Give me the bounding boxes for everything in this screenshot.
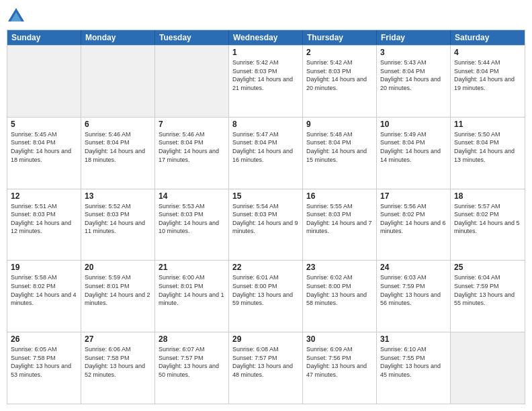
day-cell-8: 8Sunrise: 5:47 AMSunset: 8:04 PMDaylight… <box>229 118 303 189</box>
day-number: 5 <box>11 120 77 129</box>
day-number: 1 <box>232 48 299 57</box>
cell-info: Sunrise: 5:50 AMSunset: 8:04 PMDaylight:… <box>454 130 521 164</box>
cell-info: Sunrise: 6:10 AMSunset: 7:55 PMDaylight:… <box>380 345 447 379</box>
calendar-row-2: 5Sunrise: 5:45 AMSunset: 8:04 PMDaylight… <box>7 117 525 189</box>
day-number: 6 <box>85 120 151 129</box>
cell-info: Sunrise: 5:44 AMSunset: 8:04 PMDaylight:… <box>454 58 521 92</box>
day-number: 8 <box>232 120 299 129</box>
day-number: 10 <box>380 120 447 129</box>
cell-info: Sunrise: 5:53 AMSunset: 8:03 PMDaylight:… <box>159 202 225 236</box>
day-cell-9: 9Sunrise: 5:48 AMSunset: 8:04 PMDaylight… <box>303 118 377 189</box>
day-number: 15 <box>232 191 299 201</box>
cell-info: Sunrise: 5:45 AMSunset: 8:04 PMDaylight:… <box>11 130 77 164</box>
header-day-tuesday: Tuesday <box>155 30 229 45</box>
cell-info: Sunrise: 5:49 AMSunset: 8:04 PMDaylight:… <box>380 130 447 164</box>
empty-cell <box>7 46 81 117</box>
day-number: 23 <box>306 263 373 272</box>
cell-info: Sunrise: 5:47 AMSunset: 8:04 PMDaylight:… <box>232 130 299 164</box>
cell-info: Sunrise: 6:00 AMSunset: 8:01 PMDaylight:… <box>159 273 225 307</box>
cell-info: Sunrise: 5:52 AMSunset: 8:03 PMDaylight:… <box>85 202 151 236</box>
cell-info: Sunrise: 5:46 AMSunset: 8:04 PMDaylight:… <box>159 130 225 164</box>
day-number: 27 <box>85 334 151 344</box>
day-number: 13 <box>85 191 151 201</box>
day-number: 7 <box>159 120 225 129</box>
day-cell-13: 13Sunrise: 5:52 AMSunset: 8:03 PMDayligh… <box>81 189 155 261</box>
day-cell-6: 6Sunrise: 5:46 AMSunset: 8:04 PMDaylight… <box>81 118 155 189</box>
day-cell-16: 16Sunrise: 5:55 AMSunset: 8:03 PMDayligh… <box>303 189 377 261</box>
cell-info: Sunrise: 5:51 AMSunset: 8:03 PMDaylight:… <box>11 202 77 236</box>
cell-info: Sunrise: 5:46 AMSunset: 8:04 PMDaylight:… <box>85 130 151 164</box>
day-number: 11 <box>454 120 521 129</box>
day-cell-28: 28Sunrise: 6:07 AMSunset: 7:57 PMDayligh… <box>155 332 229 404</box>
day-cell-5: 5Sunrise: 5:45 AMSunset: 8:04 PMDaylight… <box>7 118 81 189</box>
cell-info: Sunrise: 6:02 AMSunset: 8:00 PMDaylight:… <box>306 273 373 307</box>
cell-info: Sunrise: 5:42 AMSunset: 8:03 PMDaylight:… <box>306 58 373 92</box>
calendar-row-4: 19Sunrise: 5:58 AMSunset: 8:02 PMDayligh… <box>7 260 525 332</box>
header-day-sunday: Sunday <box>7 30 81 45</box>
day-cell-31: 31Sunrise: 6:10 AMSunset: 7:55 PMDayligh… <box>377 332 451 404</box>
day-number: 17 <box>380 191 447 201</box>
day-number: 16 <box>306 191 373 201</box>
cell-info: Sunrise: 6:06 AMSunset: 7:58 PMDaylight:… <box>85 345 151 379</box>
day-cell-18: 18Sunrise: 5:57 AMSunset: 8:02 PMDayligh… <box>451 189 525 261</box>
page: SundayMondayTuesdayWednesdayThursdayFrid… <box>0 0 532 411</box>
day-cell-1: 1Sunrise: 5:42 AMSunset: 8:03 PMDaylight… <box>229 46 303 117</box>
logo <box>7 7 28 26</box>
calendar-row-1: 1Sunrise: 5:42 AMSunset: 8:03 PMDaylight… <box>7 45 525 117</box>
cell-info: Sunrise: 5:55 AMSunset: 8:03 PMDaylight:… <box>306 202 373 236</box>
header-day-friday: Friday <box>377 30 451 45</box>
logo-icon <box>7 7 26 26</box>
day-cell-24: 24Sunrise: 6:03 AMSunset: 7:59 PMDayligh… <box>377 261 451 332</box>
cell-info: Sunrise: 5:57 AMSunset: 8:02 PMDaylight:… <box>454 202 521 236</box>
cell-info: Sunrise: 5:42 AMSunset: 8:03 PMDaylight:… <box>232 58 299 92</box>
cell-info: Sunrise: 5:59 AMSunset: 8:01 PMDaylight:… <box>85 273 151 307</box>
day-number: 28 <box>159 334 225 344</box>
header-day-monday: Monday <box>81 30 155 45</box>
calendar-header: SundayMondayTuesdayWednesdayThursdayFrid… <box>7 30 525 45</box>
cell-info: Sunrise: 6:09 AMSunset: 7:56 PMDaylight:… <box>306 345 373 379</box>
day-number: 31 <box>380 334 447 344</box>
day-cell-15: 15Sunrise: 5:54 AMSunset: 8:03 PMDayligh… <box>229 189 303 261</box>
empty-cell <box>81 46 155 117</box>
day-number: 9 <box>306 120 373 129</box>
day-number: 14 <box>159 191 225 201</box>
cell-info: Sunrise: 5:58 AMSunset: 8:02 PMDaylight:… <box>11 273 77 307</box>
day-cell-12: 12Sunrise: 5:51 AMSunset: 8:03 PMDayligh… <box>7 189 81 261</box>
day-cell-3: 3Sunrise: 5:43 AMSunset: 8:04 PMDaylight… <box>377 46 451 117</box>
day-cell-23: 23Sunrise: 6:02 AMSunset: 8:00 PMDayligh… <box>303 261 377 332</box>
day-number: 30 <box>306 334 373 344</box>
day-number: 4 <box>454 48 521 57</box>
day-number: 3 <box>380 48 447 57</box>
day-cell-27: 27Sunrise: 6:06 AMSunset: 7:58 PMDayligh… <box>81 332 155 404</box>
cell-info: Sunrise: 6:03 AMSunset: 7:59 PMDaylight:… <box>380 273 447 307</box>
cell-info: Sunrise: 5:56 AMSunset: 8:02 PMDaylight:… <box>380 202 447 236</box>
day-cell-22: 22Sunrise: 6:01 AMSunset: 8:00 PMDayligh… <box>229 261 303 332</box>
header <box>7 7 525 26</box>
day-cell-19: 19Sunrise: 5:58 AMSunset: 8:02 PMDayligh… <box>7 261 81 332</box>
day-number: 12 <box>11 191 77 201</box>
calendar-row-5: 26Sunrise: 6:05 AMSunset: 7:58 PMDayligh… <box>7 332 525 404</box>
day-number: 18 <box>454 191 521 201</box>
cell-info: Sunrise: 5:48 AMSunset: 8:04 PMDaylight:… <box>306 130 373 164</box>
day-cell-17: 17Sunrise: 5:56 AMSunset: 8:02 PMDayligh… <box>377 189 451 261</box>
header-day-thursday: Thursday <box>303 30 377 45</box>
calendar-row-3: 12Sunrise: 5:51 AMSunset: 8:03 PMDayligh… <box>7 189 525 261</box>
cell-info: Sunrise: 5:54 AMSunset: 8:03 PMDaylight:… <box>232 202 299 236</box>
day-number: 2 <box>306 48 373 57</box>
day-number: 20 <box>85 263 151 272</box>
day-cell-30: 30Sunrise: 6:09 AMSunset: 7:56 PMDayligh… <box>303 332 377 404</box>
day-cell-7: 7Sunrise: 5:46 AMSunset: 8:04 PMDaylight… <box>155 118 229 189</box>
day-number: 25 <box>454 263 521 272</box>
day-number: 29 <box>232 334 299 344</box>
day-cell-20: 20Sunrise: 5:59 AMSunset: 8:01 PMDayligh… <box>81 261 155 332</box>
cell-info: Sunrise: 6:04 AMSunset: 7:59 PMDaylight:… <box>454 273 521 307</box>
day-cell-14: 14Sunrise: 5:53 AMSunset: 8:03 PMDayligh… <box>155 189 229 261</box>
cell-info: Sunrise: 6:05 AMSunset: 7:58 PMDaylight:… <box>11 345 77 379</box>
day-cell-29: 29Sunrise: 6:08 AMSunset: 7:57 PMDayligh… <box>229 332 303 404</box>
cell-info: Sunrise: 6:08 AMSunset: 7:57 PMDaylight:… <box>232 345 299 379</box>
calendar-body: 1Sunrise: 5:42 AMSunset: 8:03 PMDaylight… <box>7 45 525 404</box>
day-cell-2: 2Sunrise: 5:42 AMSunset: 8:03 PMDaylight… <box>303 46 377 117</box>
day-cell-4: 4Sunrise: 5:44 AMSunset: 8:04 PMDaylight… <box>451 46 525 117</box>
day-number: 22 <box>232 263 299 272</box>
day-number: 26 <box>11 334 77 344</box>
